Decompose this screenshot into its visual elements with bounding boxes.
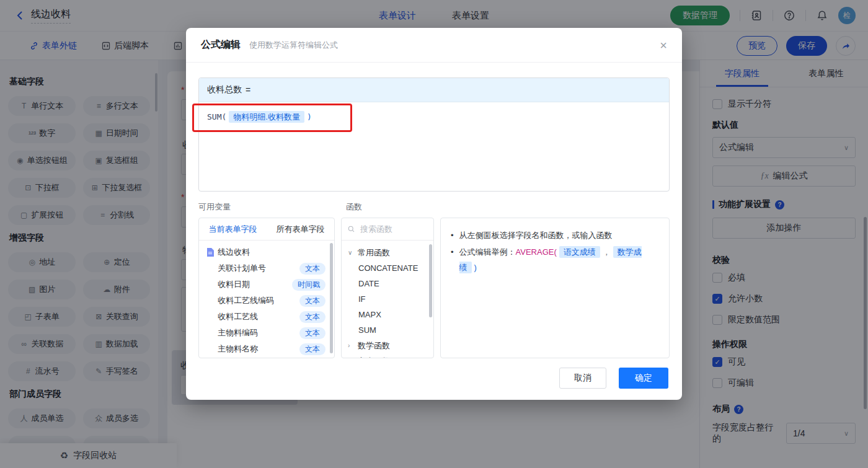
function-group-text[interactable]: ›文本函数 [342, 353, 433, 358]
function-item[interactable]: IF [342, 291, 433, 307]
form-doc-icon [206, 248, 214, 257]
formula-help-panel: •从左侧面板选择字段名和函数，或输入函数 • 公式编辑举例：AVERAGE(语文… [440, 218, 670, 358]
bullet-icon: • [451, 244, 454, 275]
variable-item[interactable]: 主物料名称文本 [199, 341, 334, 357]
formula-target-field: 收料总数 [207, 84, 242, 95]
field-type-badge: 文本 [299, 311, 326, 323]
field-type-badge: 文本 [299, 343, 326, 355]
variable-item[interactable]: 主物料编码文本 [199, 325, 334, 341]
formula-argument-chip[interactable]: 物料明细.收料数量 [229, 111, 304, 123]
variables-panel: 当前表单字段 所有表单字段 线边收料 关联计划单号文本 收料日期时间戳 收料工艺… [198, 218, 335, 358]
functions-label: 函数 [346, 201, 362, 213]
help-tip-1: 从左侧面板选择字段名和函数，或输入函数 [459, 227, 613, 243]
cancel-button[interactable]: 取消 [559, 368, 606, 389]
variable-item[interactable]: 关联计划单号文本 [199, 260, 334, 276]
field-type-badge: 时间戳 [292, 279, 326, 291]
confirm-button[interactable]: 确定 [619, 368, 668, 389]
formula-function-open: SUM( [207, 112, 226, 121]
field-type-badge: 文本 [299, 295, 326, 307]
formula-expression[interactable]: SUM(物料明细.收料数量) [199, 102, 669, 132]
tab-current-form-fields[interactable]: 当前表单字段 [199, 218, 267, 240]
modal-title: 公式编辑 [201, 38, 241, 51]
modal-subtitle: 使用数学运算符编辑公式 [249, 40, 338, 51]
variables-scrollbar[interactable] [330, 243, 333, 353]
field-type-badge: 文本 [299, 327, 326, 339]
function-group-common[interactable]: ∨常用函数 [342, 245, 433, 260]
function-group-math[interactable]: ›数学函数 [342, 338, 433, 353]
function-item[interactable]: SUM [342, 322, 433, 338]
variable-item[interactable]: 收料日期时间戳 [199, 276, 334, 293]
help-tip-2: 公式编辑举例：AVERAGE(语文成绩，数学成绩) [459, 244, 659, 275]
caret-collapsed-icon: › [348, 342, 354, 349]
function-item[interactable]: CONCATENATE [342, 260, 433, 276]
tab-all-form-fields[interactable]: 所有表单字段 [267, 218, 334, 240]
function-item[interactable]: MAPX [342, 307, 433, 322]
close-icon[interactable]: × [660, 39, 667, 51]
variable-item[interactable]: 收料工艺线编码文本 [199, 293, 334, 309]
equals-sign: = [246, 85, 250, 95]
caret-expanded-icon: ∨ [348, 249, 354, 256]
field-type-badge: 文本 [299, 263, 326, 275]
variable-item[interactable]: 收料工艺线文本 [199, 309, 334, 325]
formula-editor-modal: 公式编辑 使用数学运算符编辑公式 × 收料总数 = SUM(物料明细.收料数量)… [186, 28, 682, 400]
function-search-input[interactable] [359, 224, 427, 234]
variables-label: 可用变量 [198, 201, 335, 213]
example-function-name: AVERAGE( [516, 247, 557, 257]
functions-panel: ∨常用函数 CONCATENATE DATE IF MAPX SUM ›数学函数… [341, 218, 434, 358]
bullet-icon: • [451, 227, 454, 243]
functions-scrollbar[interactable] [429, 244, 432, 317]
variable-tree-root[interactable]: 线边收料 [199, 244, 334, 260]
caret-collapsed-icon: › [348, 358, 354, 358]
app-window: 线边收料 表单设计 表单设置 数据管理 [0, 0, 868, 468]
formula-editor[interactable]: 收料总数 = SUM(物料明细.收料数量) [198, 77, 670, 192]
formula-function-close: ) [307, 112, 312, 121]
function-item[interactable]: DATE [342, 276, 433, 291]
example-chip: 语文成绩 [559, 246, 600, 258]
search-icon [348, 225, 355, 233]
